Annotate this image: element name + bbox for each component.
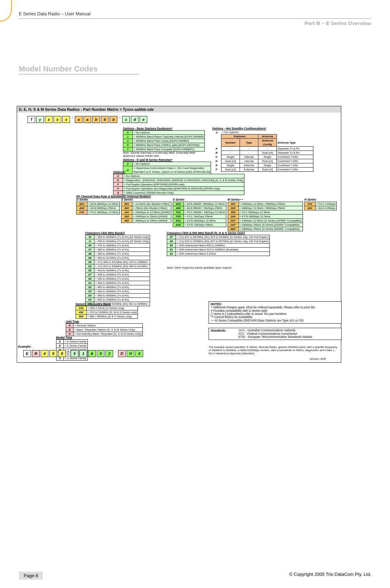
note: Note: Other frequency bands available up… bbox=[167, 266, 282, 270]
block-heading: Frequency (800 & 900 MHz Band) (D, H & S… bbox=[167, 232, 282, 235]
section-title: Model Number Codes bbox=[19, 64, 139, 75]
manual-title: E Series Data Radio – User Manual bbox=[19, 11, 371, 19]
example-text: The example shown specifies: E Series, R… bbox=[209, 346, 337, 355]
matrix-diagram: D, E, H, S & M Series Data Radios - Part… bbox=[17, 106, 341, 363]
generic-band-table: 240= ISM 2.4GHz (H Series only)450= 370 … bbox=[76, 306, 138, 319]
standards-label: Standards: bbox=[211, 329, 226, 332]
notes-box: NOTES: * Additional charges apply. Must … bbox=[209, 301, 342, 324]
copyright: © Copyright 2005 Trio DataCom Pty. Ltd. bbox=[289, 572, 372, 580]
freq800-block: Frequency (800 & 900 MHz Band) (D, H & S… bbox=[167, 232, 282, 270]
base-duplexers-block: Options - Base Stations Duplexers* 0= No… bbox=[123, 127, 220, 174]
hot-standby-table: 0= No OptionsDuplexerAntennaNumberTypeAn… bbox=[212, 130, 313, 172]
spine-decoration bbox=[0, 0, 12, 22]
unit-type-table: R= Remote StationB= Base / Repeater Stat… bbox=[66, 323, 143, 336]
block-heading: RF Channel Data Rate & Bandwidth (Intern… bbox=[76, 195, 341, 198]
unit-type-block: Unit Type R= Remote StationB= Base / Rep… bbox=[66, 320, 167, 336]
block-heading: Options* bbox=[113, 171, 294, 174]
example-label: Example: bbox=[18, 345, 31, 348]
block-heading: Options - E and M Series Remotes* bbox=[123, 158, 220, 162]
block-heading: Model Type bbox=[56, 336, 126, 339]
rf-rate-block: RF Channel Data Rate & Bandwidth (Intern… bbox=[76, 195, 341, 231]
hot-standby-block: Options - Hot Standby Configurations* 0=… bbox=[212, 127, 337, 172]
freq400-block: Frequency (400 MHz Bands) M= 395 to 465M… bbox=[85, 232, 176, 306]
block-heading: Options - Base Stations Duplexers* bbox=[123, 127, 220, 130]
block-heading: Generic Frequency Band bbox=[76, 303, 166, 306]
example-cells: ER450-51A02-DH0 bbox=[23, 350, 143, 357]
block-heading: Frequency (400 MHz Bands) bbox=[85, 232, 176, 235]
matrix-title: D, E, H, S & M Series Data Radios - Part… bbox=[17, 106, 341, 113]
block-heading: Unit Type bbox=[66, 320, 167, 323]
freq400-table: M= 395 to 465MHz (Tx & Rx) (M Series Onl… bbox=[85, 235, 150, 306]
pattern-row: Tyxxx-aabbb-cde bbox=[28, 116, 147, 123]
page-number: Page 8 bbox=[19, 572, 43, 580]
generic-band-block: Generic Frequency Band 240= ISM 2.4GHz (… bbox=[76, 303, 166, 319]
part-title: Part B – E Series Overview bbox=[19, 20, 371, 26]
version: Version: 5/05 bbox=[310, 358, 326, 361]
standards-box: Standards: ACA - Australian Communicatio… bbox=[209, 328, 342, 340]
footer: Page 8 © Copyright 2005 Trio DataCom Pty… bbox=[19, 572, 371, 580]
freq800-table: 07= (Tx) 847 to 857MHz (Rx) 923 to 933MH… bbox=[167, 235, 270, 256]
options-table: 0= No OptionsD= Diagnostics - [DIAGS/D, … bbox=[113, 174, 244, 195]
block-heading: Options - Hot Standby Configurations* bbox=[212, 127, 337, 130]
note: Note: Specify Internally or Externally f… bbox=[123, 152, 220, 158]
base-duplexers-table: 0= No Options1= 450MHz Band Reject Typic… bbox=[123, 130, 205, 152]
options-block: Options* 0= No OptionsD= Diagnostics - [… bbox=[113, 171, 294, 195]
